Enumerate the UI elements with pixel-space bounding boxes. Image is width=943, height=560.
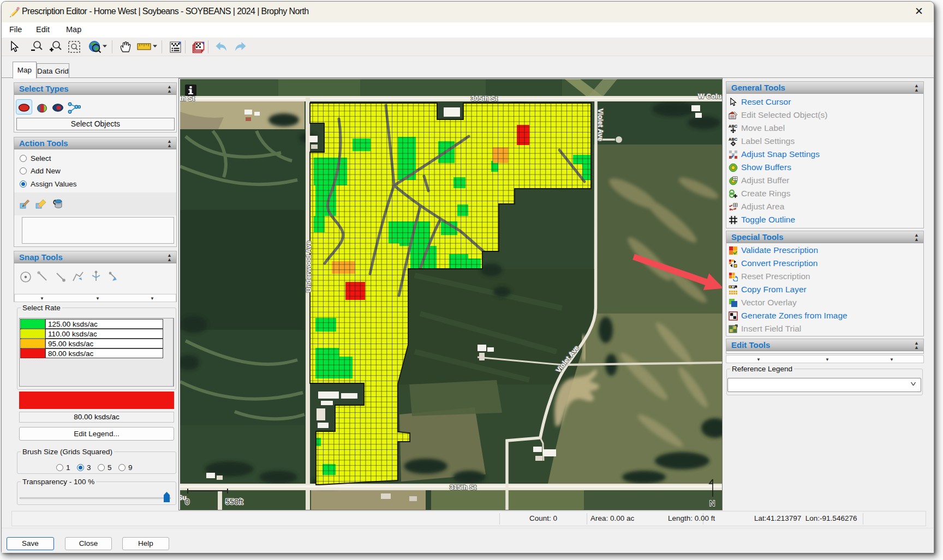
- svg-text:ABC: ABC: [729, 137, 738, 142]
